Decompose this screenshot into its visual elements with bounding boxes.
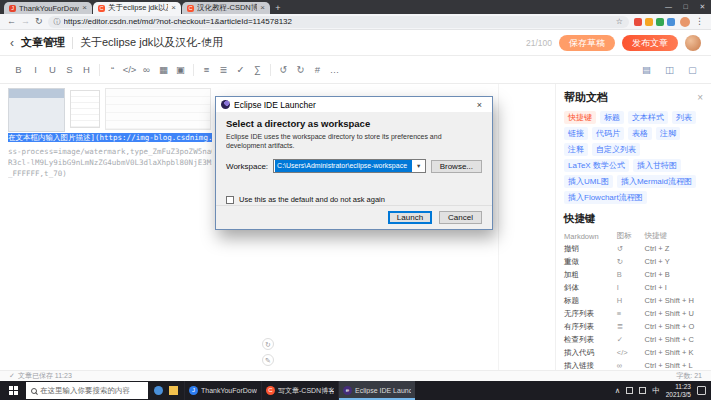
italic-icon[interactable]: I bbox=[27, 62, 44, 78]
window-controls: — □ ✕ bbox=[660, 0, 711, 14]
help-tag[interactable]: 代码片 bbox=[592, 127, 624, 140]
taskbar-search-input[interactable]: 在这里输入你要搜索的内容 bbox=[26, 382, 148, 399]
cancel-button[interactable]: Cancel bbox=[439, 211, 482, 224]
table-icon[interactable]: ▦ bbox=[155, 62, 172, 78]
ordered-list-icon[interactable]: ≣ bbox=[215, 62, 232, 78]
pinned-browser-icon[interactable] bbox=[154, 386, 163, 395]
tray-chevron-up-icon[interactable]: ∧ bbox=[615, 386, 621, 395]
ime-indicator[interactable]: 中 bbox=[652, 386, 660, 396]
shortcut-cell: Ctrl + Shift + C bbox=[645, 333, 703, 346]
help-tag[interactable]: 自定义列表 bbox=[592, 143, 640, 156]
dialog-title-bar[interactable]: Eclipse IDE Launcher × bbox=[216, 97, 492, 112]
editor-text-block: 在文本框内输入图片描述](https://img-blog.csdnimg.cn… bbox=[8, 133, 212, 180]
help-tag[interactable]: 注脚 bbox=[656, 127, 680, 140]
redo-icon[interactable]: ↻ bbox=[292, 62, 309, 78]
help-tag[interactable]: 标题 bbox=[600, 111, 624, 124]
help-tag[interactable]: 快捷键 bbox=[564, 111, 596, 124]
user-avatar[interactable] bbox=[685, 35, 701, 51]
help-tag[interactable]: 文本样式 bbox=[628, 111, 668, 124]
close-icon[interactable]: ✕ bbox=[694, 0, 711, 14]
browser-menu-icon[interactable]: ⋮ bbox=[695, 17, 704, 26]
heading-icon[interactable]: H bbox=[78, 62, 95, 78]
split-preview-icon[interactable]: ◫ bbox=[661, 62, 678, 78]
search-placeholder: 在这里输入你要搜索的内容 bbox=[40, 386, 130, 396]
help-tag[interactable]: 表格 bbox=[628, 127, 652, 140]
extension-icon[interactable] bbox=[645, 18, 653, 26]
chevron-down-icon[interactable]: ▾ bbox=[413, 162, 425, 170]
help-tag[interactable]: 注释 bbox=[564, 143, 588, 156]
start-button[interactable] bbox=[0, 381, 26, 400]
back-icon[interactable]: ← bbox=[7, 17, 16, 26]
windows-logo-icon bbox=[9, 386, 18, 395]
pinned-explorer-icon[interactable] bbox=[169, 386, 178, 395]
taskbar-app-button[interactable]: JThankYouForDownl... bbox=[184, 381, 261, 400]
dialog-close-icon[interactable]: × bbox=[472, 100, 487, 110]
url-input[interactable]: ⓘ https://editor.csdn.net/md/?not-checko… bbox=[48, 16, 629, 28]
launch-button[interactable]: Launch bbox=[388, 211, 432, 224]
help-close-icon[interactable]: × bbox=[697, 92, 703, 103]
help-tag[interactable]: 插入Flowchart流程图 bbox=[564, 191, 647, 204]
app-label: ThankYouForDownl... bbox=[201, 387, 257, 394]
strikethrough-icon[interactable]: S bbox=[61, 62, 78, 78]
help-tag[interactable]: 插入甘特图 bbox=[633, 159, 681, 172]
fullscreen-icon[interactable]: ▢ bbox=[684, 62, 701, 78]
browser-tab[interactable]: C汉化教程-CSDN博客× bbox=[182, 2, 270, 14]
outline-toggle-icon[interactable]: ▤ bbox=[638, 62, 655, 78]
taskbar-clock[interactable]: 11:23 2021/3/5 bbox=[666, 383, 691, 398]
chevron-left-icon[interactable]: ‹ bbox=[10, 36, 14, 50]
tab-close-icon[interactable]: × bbox=[82, 4, 87, 12]
shortcut-cell: 撤销 bbox=[564, 242, 617, 255]
undo-icon[interactable]: ↺ bbox=[275, 62, 292, 78]
maximize-icon[interactable]: □ bbox=[677, 0, 694, 14]
article-manage-link[interactable]: 文章管理 bbox=[21, 35, 65, 50]
default-workspace-checkbox[interactable] bbox=[226, 196, 234, 204]
help-tag[interactable]: 插入UML图 bbox=[564, 175, 613, 188]
more-tools-icon[interactable]: … bbox=[326, 62, 343, 78]
task-list-icon[interactable]: ✓ bbox=[232, 62, 249, 78]
editor-text-lines: ss-process=image/watermark,type_ZmFuZ3po… bbox=[8, 147, 212, 178]
forward-icon[interactable]: → bbox=[21, 17, 30, 26]
minimize-icon[interactable]: — bbox=[660, 0, 677, 14]
shortcut-cell: 插入链接 bbox=[564, 359, 617, 370]
formula-icon[interactable]: ∑ bbox=[249, 62, 266, 78]
volume-icon[interactable] bbox=[639, 387, 646, 394]
help-tag[interactable]: 列表 bbox=[672, 111, 696, 124]
site-info-icon[interactable]: ⓘ bbox=[54, 17, 61, 27]
network-icon[interactable] bbox=[626, 387, 633, 394]
saved-check-icon: ✓ bbox=[9, 372, 15, 380]
help-tag[interactable]: LaTeX 数学公式 bbox=[564, 159, 629, 172]
tab-close-icon[interactable]: × bbox=[260, 4, 265, 12]
extension-icon[interactable] bbox=[634, 18, 642, 26]
shortcut-cell: Ctrl + Z bbox=[645, 242, 703, 255]
link-icon[interactable]: ∞ bbox=[138, 62, 155, 78]
browser-profile-avatar[interactable] bbox=[680, 17, 690, 27]
help-tag[interactable]: 插入Mermaid流程图 bbox=[617, 175, 696, 188]
tab-close-icon[interactable]: × bbox=[171, 4, 176, 12]
new-tab-button[interactable]: + bbox=[271, 2, 285, 14]
refresh-icon[interactable]: ↻ bbox=[35, 17, 43, 26]
taskbar-app-button[interactable]: eEclipse IDE Launcher bbox=[338, 381, 415, 400]
anchor-icon[interactable]: # bbox=[309, 62, 326, 78]
taskbar-app-button[interactable]: C写文章-CSDN博客 bbox=[261, 381, 338, 400]
code-icon[interactable]: </> bbox=[121, 62, 138, 78]
url-text: https://editor.csdn.net/md/?not-checkout… bbox=[64, 17, 613, 26]
feedback-float-button[interactable]: ✎ bbox=[262, 354, 274, 366]
sync-float-button[interactable]: ↻ bbox=[262, 338, 274, 350]
action-center-icon[interactable] bbox=[697, 386, 706, 395]
publish-button[interactable]: 发布文章 bbox=[622, 35, 678, 51]
bookmark-star-icon[interactable]: ☆ bbox=[616, 17, 623, 26]
bold-icon[interactable]: B bbox=[10, 62, 27, 78]
save-draft-button[interactable]: 保存草稿 bbox=[559, 35, 615, 51]
browser-tab[interactable]: JThankYouForDownloading Jav...× bbox=[4, 2, 92, 14]
extension-icon[interactable] bbox=[667, 18, 675, 26]
browse-button[interactable]: Browse... bbox=[431, 160, 482, 173]
article-title-input[interactable]: 关于eclipse jdk以及汉化-使用 bbox=[80, 35, 519, 50]
help-tag[interactable]: 链接 bbox=[564, 127, 588, 140]
image-icon[interactable]: ▣ bbox=[172, 62, 189, 78]
browser-tab[interactable]: C关于eclipse jdk以及汉化-使用× bbox=[93, 2, 181, 14]
unordered-list-icon[interactable]: ≡ bbox=[198, 62, 215, 78]
underline-icon[interactable]: U bbox=[44, 62, 61, 78]
blockquote-icon[interactable]: “ bbox=[104, 62, 121, 78]
extension-icon[interactable] bbox=[656, 18, 664, 26]
workspace-combobox[interactable]: C:\Users\Administrator\eclipse-workspace… bbox=[273, 159, 426, 173]
